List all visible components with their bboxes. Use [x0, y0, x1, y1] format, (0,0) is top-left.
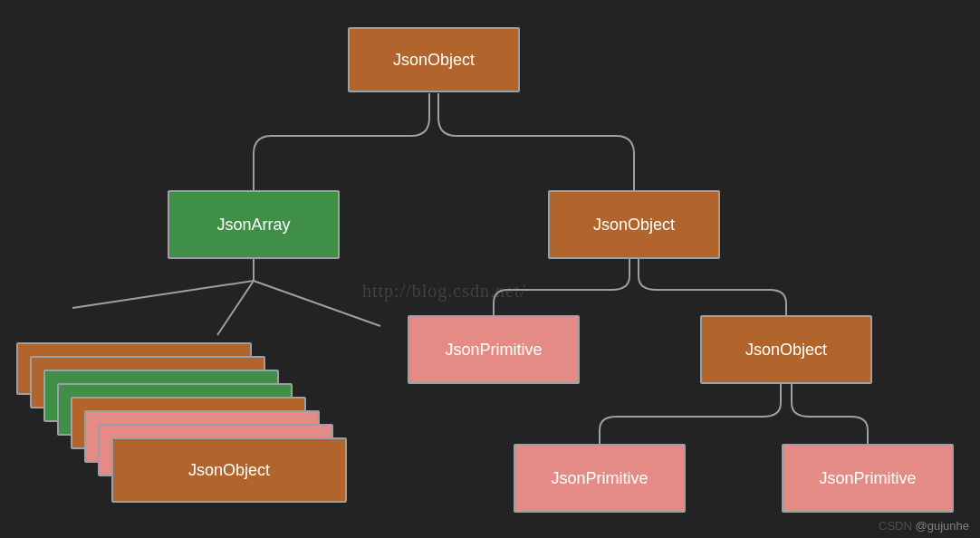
credit-user: @gujunhe	[916, 519, 969, 533]
watermark-text: http://blog.csdn.net/	[362, 281, 526, 302]
node-label: JsonPrimitive	[819, 469, 916, 488]
node-label: JsonObject	[188, 461, 270, 480]
node-jsonobject-3: JsonObject	[700, 315, 872, 384]
node-label: JsonObject	[593, 216, 675, 235]
node-jsonarray: JsonArray	[168, 190, 340, 259]
node-label: JsonPrimitive	[551, 469, 648, 488]
node-jsonprimitive-2: JsonPrimitive	[514, 444, 686, 513]
node-jsonobject-root: JsonObject	[348, 27, 520, 92]
node-jsonobject-2: JsonObject	[548, 190, 720, 259]
node-label: JsonObject	[393, 51, 475, 70]
stack-card-front: JsonObject	[111, 437, 347, 503]
credit-text: CSDN @gujunhe	[879, 519, 969, 533]
credit-prefix: CSDN	[879, 519, 912, 533]
node-jsonprimitive-3: JsonPrimitive	[782, 444, 954, 513]
node-label: JsonArray	[216, 216, 290, 235]
node-jsonprimitive-1: JsonPrimitive	[408, 315, 580, 384]
node-label: JsonObject	[745, 341, 827, 360]
node-label: JsonPrimitive	[445, 341, 542, 360]
